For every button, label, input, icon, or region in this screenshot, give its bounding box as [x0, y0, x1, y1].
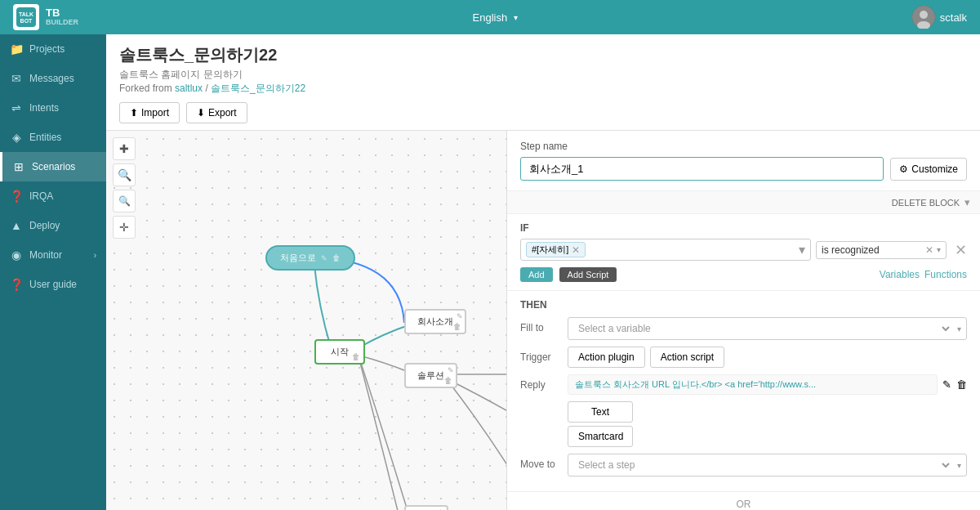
- sidebar-item-irqa[interactable]: ❓ IRQA: [0, 181, 106, 211]
- step-name-input[interactable]: [520, 157, 884, 181]
- node-label: 시작: [331, 347, 349, 356]
- fill-to-select[interactable]: Select a variable ▾: [568, 317, 967, 340]
- sidebar-item-intents[interactable]: ⇌ Intents: [0, 93, 106, 123]
- sidebar-item-messages[interactable]: ✉ Messages: [0, 64, 106, 93]
- collapse-block-btn-1[interactable]: ▾: [964, 196, 970, 208]
- zoom-out-btn[interactable]: 🔍: [113, 190, 136, 212]
- fork-user-link[interactable]: saltlux: [175, 83, 203, 94]
- edit-icon: ✎: [448, 366, 454, 374]
- trigger-row: Trigger Action plugin Action script: [520, 347, 967, 368]
- action-script-btn[interactable]: Action script: [650, 347, 724, 368]
- tag-input[interactable]: #[자세히] ✕ ▾: [520, 239, 811, 261]
- move-to-dropdown[interactable]: Select a step: [568, 454, 952, 476]
- move-to-select[interactable]: Select a step ▾: [568, 454, 967, 476]
- smartcard-reply-btn[interactable]: Smartcard: [568, 426, 633, 447]
- lang-selector[interactable]: English ▾: [473, 11, 519, 24]
- trigger-content: Action plugin Action script: [568, 347, 967, 368]
- node-start[interactable]: 시작 🗑: [314, 339, 365, 365]
- node-solution[interactable]: 솔루션 ✎ 🗑: [404, 363, 457, 388]
- export-button[interactable]: ⬇ Export: [186, 102, 247, 123]
- customize-button[interactable]: ⚙ Customize: [890, 158, 967, 181]
- irqa-icon: ❓: [10, 190, 23, 203]
- zoom-in-btn[interactable]: 🔍: [113, 163, 136, 186]
- dropdown-arrow-2: ▾: [952, 461, 966, 470]
- action-plugin-btn[interactable]: Action plugin: [568, 347, 645, 368]
- dropdown-arrow: ▾: [952, 324, 966, 333]
- add-script-btn[interactable]: Add Script: [559, 267, 617, 282]
- sidebar-item-monitor[interactable]: ◉ Monitor ›: [0, 240, 106, 270]
- sidebar-item-label: Intents: [29, 102, 59, 114]
- fork-project-link[interactable]: 솔트룩스_문의하기22: [211, 83, 305, 94]
- fill-to-dropdown[interactable]: Select a variable: [568, 318, 952, 339]
- page-subtitle: 솔트룩스 홈페이지 문의하기 Forked from saltlux / 솔트룩…: [119, 68, 967, 96]
- move-to-row: Move to Select a step ▾: [520, 454, 967, 476]
- avatar: [912, 6, 935, 29]
- lang-label: English: [473, 11, 508, 24]
- node-start-btn[interactable]: 처음으로 ✎ 🗑: [265, 245, 355, 271]
- chevron-down-icon: ▾: [514, 13, 518, 22]
- canvas-toolbar: ✚ 🔍 🔍 ✛: [113, 137, 136, 239]
- functions-btn-1[interactable]: Functions: [924, 269, 967, 280]
- sidebar-item-label: Scenarios: [32, 161, 75, 172]
- step-name-label: Step name: [520, 141, 967, 152]
- variables-btn-1[interactable]: Variables: [880, 269, 920, 280]
- subtitle-text: 솔트룩스 홈페이지 문의하기: [119, 69, 243, 80]
- delete-icon: 🗑: [332, 253, 341, 262]
- message-icon: ✉: [10, 72, 23, 85]
- trigger-label: Trigger: [520, 347, 561, 363]
- tag-remove-btn[interactable]: ✕: [572, 244, 580, 256]
- move-to-label: Move to: [520, 454, 561, 470]
- sidebar-item-label: IRQA: [29, 190, 53, 202]
- import-button[interactable]: ⬆ Import: [119, 102, 180, 123]
- delete-block-button-1[interactable]: DELETE BLOCK: [892, 198, 960, 208]
- svg-text:TALK: TALK: [19, 11, 33, 17]
- sidebar: 📁 Projects ✉ Messages ⇌ Intents ◈ Entiti…: [0, 34, 106, 510]
- delete-icon: 🗑: [453, 322, 461, 331]
- canvas-area[interactable]: ✚ 🔍 🔍 ✛: [106, 131, 506, 510]
- add-condition-btn[interactable]: Add: [520, 267, 553, 282]
- sidebar-item-label: Entities: [29, 132, 61, 143]
- add-node-btn[interactable]: ✚: [113, 137, 136, 160]
- reply-text: 솔트룩스 회사소개 URL 입니다.</br> <a href='http://…: [575, 378, 902, 391]
- if-row: #[자세히] ✕ ▾ is recognized ✕ ▾ ✕: [520, 239, 967, 261]
- reply-row: Reply 솔트룩스 회사소개 URL 입니다.</br> <a href='h…: [520, 374, 967, 447]
- deploy-icon: ▲: [10, 219, 23, 232]
- clear-tag-btn[interactable]: ▾: [799, 244, 805, 257]
- sidebar-item-scenarios[interactable]: ⊞ Scenarios: [0, 152, 106, 181]
- forked-from-text: Forked from: [119, 83, 175, 94]
- user-name: sctalk: [940, 11, 967, 24]
- move-to-content: Select a step ▾: [568, 454, 967, 476]
- sidebar-item-deploy[interactable]: ▲ Deploy: [0, 211, 106, 240]
- delete-icon: 🗑: [352, 352, 360, 361]
- node-company[interactable]: 회사소개 ✎ 🗑: [404, 309, 466, 334]
- condition-input[interactable]: is recognized ✕ ▾: [816, 241, 947, 259]
- delete-icon: 🗑: [444, 376, 452, 385]
- sidebar-item-label: Monitor: [29, 249, 62, 261]
- sidebar-item-user-guide[interactable]: ❓ User guide: [0, 270, 106, 299]
- fit-btn[interactable]: ✛: [113, 216, 136, 239]
- remove-condition-btn[interactable]: ✕: [955, 243, 967, 257]
- logo-text: TB BUILDER: [46, 7, 78, 27]
- text-reply-btn[interactable]: Text: [568, 401, 633, 423]
- node-inquiry[interactable]: 문의 ✎ 🗑: [404, 505, 448, 510]
- node-label: 처음으로: [280, 252, 316, 264]
- fill-to-row: Fill to Select a variable ▾: [520, 317, 967, 340]
- clear-condition-btn[interactable]: ✕: [925, 244, 933, 256]
- node-label: 회사소개: [417, 316, 453, 326]
- download-icon: ⬇: [197, 107, 205, 119]
- header-actions: ⬆ Import ⬇ Export: [119, 102, 967, 123]
- sidebar-item-projects[interactable]: 📁 Projects: [0, 34, 106, 64]
- scenarios-icon: ⊞: [12, 160, 25, 173]
- entities-icon: ◈: [10, 131, 23, 144]
- intent-tag: #[자세히] ✕: [526, 242, 586, 257]
- page-title: 솔트룩스_문의하기22: [119, 44, 967, 66]
- reply-text-area: 솔트룩스 회사소개 URL 입니다.</br> <a href='http://…: [568, 374, 938, 395]
- reply-content: 솔트룩스 회사소개 URL 입니다.</br> <a href='http://…: [568, 374, 967, 447]
- if-add-row: Add Add Script Variables Functions: [520, 267, 967, 282]
- monitor-icon: ◉: [10, 248, 23, 262]
- edit-reply-icon[interactable]: ✎: [942, 378, 951, 391]
- workspace: ✚ 🔍 🔍 ✛: [106, 131, 980, 510]
- var-func-btns: Variables Functions: [880, 269, 967, 280]
- sidebar-item-entities[interactable]: ◈ Entities: [0, 123, 106, 152]
- delete-reply-icon[interactable]: 🗑: [956, 378, 967, 391]
